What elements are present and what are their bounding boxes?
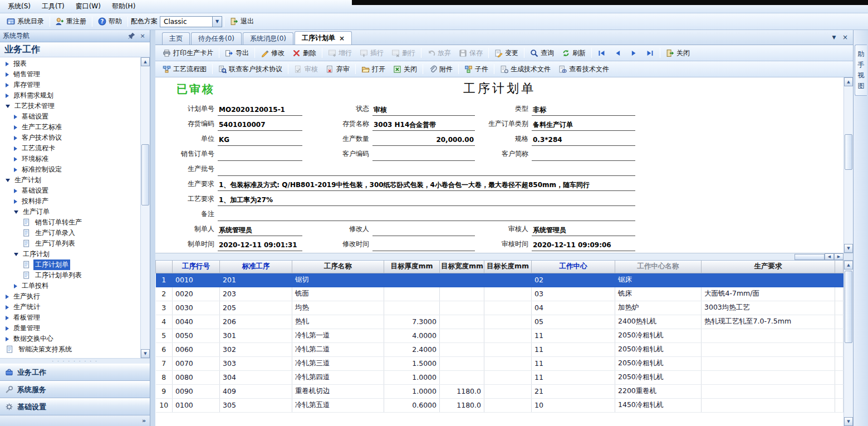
tree-item[interactable]: 生产计划 xyxy=(0,175,140,185)
table-row[interactable]: 80080304冷轧第四道1.0000112050冷粗轧机 xyxy=(156,370,844,384)
table-cell[interactable] xyxy=(384,273,440,287)
scroll-thumb[interactable] xyxy=(845,271,852,343)
sidebar-overflow[interactable]: » xyxy=(0,415,150,426)
field-sale-no-value[interactable] xyxy=(218,149,302,161)
table-cell[interactable]: 加热炉 xyxy=(615,301,702,315)
table-cell[interactable]: 0080 xyxy=(173,370,220,384)
table-cell[interactable]: 铣面 xyxy=(292,287,384,301)
tree-item[interactable]: 生产订单录入 xyxy=(0,228,140,238)
table-cell[interactable] xyxy=(440,315,484,329)
field-auditor-value[interactable]: 系统管理员 xyxy=(532,224,635,236)
table-cell[interactable]: 3 xyxy=(156,301,173,315)
table-cell[interactable] xyxy=(702,384,835,398)
column-header[interactable]: 目标宽度mm xyxy=(440,261,484,273)
tab-list-chevron-down-icon[interactable]: ▼ xyxy=(829,32,839,42)
save-button[interactable]: 保存 xyxy=(455,46,487,60)
tree-item[interactable]: 工艺技术管理 xyxy=(0,101,140,111)
form-scrollbar[interactable]: ▲ ▼ xyxy=(844,77,853,253)
export-button[interactable]: 导出 xyxy=(221,46,253,60)
table-cell[interactable]: 1.5000 xyxy=(384,356,440,370)
table-cell[interactable]: 锯切 xyxy=(292,273,384,287)
field-qty-value[interactable]: 20,000.00 xyxy=(372,134,475,146)
table-cell[interactable]: 11 xyxy=(532,342,615,356)
table-cell[interactable]: 11 xyxy=(532,356,615,370)
table-cell[interactable]: 10 xyxy=(532,398,615,412)
table-cell[interactable] xyxy=(702,342,835,356)
table-cell[interactable]: 409 xyxy=(220,384,292,398)
table-cell[interactable]: 锯床 xyxy=(615,273,702,287)
field-tech-req-value[interactable]: 1、加工率为27% xyxy=(218,194,635,206)
table-cell[interactable]: 冷轧第四道 xyxy=(292,370,384,384)
exit-button[interactable]: 关闭 xyxy=(662,46,694,60)
table-cell[interactable] xyxy=(702,329,835,342)
tree-collapsed-icon[interactable] xyxy=(6,83,9,87)
viewfile-button[interactable]: 查看技术文件 xyxy=(555,62,613,76)
table-cell[interactable]: 冷轧第三道 xyxy=(292,356,384,370)
tree-item[interactable]: 基础设置 xyxy=(0,111,140,122)
assistant-view-tab[interactable]: 助手视图 xyxy=(855,45,867,96)
table-cell[interactable]: 9 xyxy=(156,384,173,398)
column-header[interactable]: 生产要求 xyxy=(702,261,835,273)
table-cell[interactable]: 203 xyxy=(220,287,292,301)
edit-button[interactable]: 修改 xyxy=(257,46,288,60)
pin-icon[interactable] xyxy=(127,32,136,41)
tree-item[interactable]: 数据交换中心 xyxy=(0,334,140,344)
table-cell[interactable]: 03 xyxy=(532,287,615,301)
table-cell[interactable] xyxy=(702,273,835,287)
tree-item[interactable]: 库存管理 xyxy=(0,80,140,90)
help-button[interactable]: ?帮助 xyxy=(94,14,126,28)
scroll-thumb[interactable] xyxy=(795,254,825,260)
table-cell[interactable]: 5 xyxy=(156,329,173,342)
tree-collapsed-icon[interactable] xyxy=(6,316,9,320)
tab-home[interactable]: 主页 xyxy=(162,32,190,45)
tree-expanded-icon[interactable] xyxy=(14,210,18,214)
table-cell[interactable] xyxy=(440,287,484,301)
audit-button[interactable]: 审核 xyxy=(290,62,322,76)
table-cell[interactable]: 0030 xyxy=(173,301,220,315)
table-cell[interactable]: 0060 xyxy=(173,342,220,356)
tree-collapsed-icon[interactable] xyxy=(14,157,17,161)
tree-item[interactable]: 销售订单转生产 xyxy=(0,217,140,228)
table-cell[interactable]: 0050 xyxy=(173,329,220,342)
tree-expanded-icon[interactable] xyxy=(6,105,10,108)
table-cell[interactable]: 铣床 xyxy=(615,287,702,301)
unaudit-button[interactable]: 弃审 xyxy=(322,62,354,76)
menu-item[interactable]: 帮助(H) xyxy=(106,0,141,13)
tree-item[interactable]: 工艺流程卡 xyxy=(0,143,140,154)
table-row[interactable]: 60060302冷轧第二道2.4000112050冷粗轧机 xyxy=(156,342,844,356)
search-button[interactable]: 查询 xyxy=(526,46,558,60)
tree-item[interactable]: 工序计划 xyxy=(0,249,140,259)
scroll-right-icon[interactable]: ▶ xyxy=(834,253,844,260)
insrow-button[interactable]: 插行 xyxy=(356,46,388,60)
table-cell[interactable] xyxy=(702,356,835,370)
table-cell[interactable]: 1.0000 xyxy=(384,370,440,384)
tab-system-messages[interactable]: 系统消息(0) xyxy=(243,32,293,45)
panel-system-service[interactable]: 系统服务 xyxy=(0,381,150,398)
tree-item[interactable]: 智能决策支持系统 xyxy=(0,344,140,355)
tree-item[interactable]: 看板管理 xyxy=(0,312,140,323)
table-row[interactable]: 30030205均热04加热炉3003均热工艺 xyxy=(156,301,844,315)
field-spec-value[interactable]: 0.3*284 xyxy=(532,134,635,146)
column-header[interactable]: 工作中心名称 xyxy=(615,261,702,273)
tree-item[interactable]: 报表 xyxy=(0,58,140,69)
tree-collapsed-icon[interactable] xyxy=(14,136,17,140)
scroll-thumb[interactable] xyxy=(845,134,852,170)
table-cell[interactable]: 2050冷粗轧机 xyxy=(615,329,702,342)
table-cell[interactable]: 11 xyxy=(532,370,615,384)
tree-scrollbar[interactable]: ▲ ▼ xyxy=(140,57,150,358)
tab-process-plan[interactable]: 工序计划单× xyxy=(295,31,352,45)
table-cell[interactable]: 1180.0 xyxy=(440,398,484,412)
table-cell[interactable]: 0100 xyxy=(173,398,220,412)
tree-collapsed-icon[interactable] xyxy=(6,295,9,299)
tree-item[interactable]: 工序计划单 xyxy=(0,259,140,270)
table-row[interactable]: 40040206热轧7.3000052400热轧机热轧现工艺轧至7.0-7.5m… xyxy=(156,315,844,329)
table-row[interactable]: 90090409重卷机切边1.00001180.0212200重卷机 xyxy=(156,384,844,398)
table-cell[interactable]: 0070 xyxy=(173,356,220,370)
close-icon[interactable]: × xyxy=(339,35,345,42)
tree-item[interactable]: 销售管理 xyxy=(0,69,140,80)
tree-item[interactable]: 质量管理 xyxy=(0,323,140,334)
scroll-up-icon[interactable]: ▲ xyxy=(844,261,853,270)
scroll-up-icon[interactable]: ▲ xyxy=(141,57,150,66)
table-cell[interactable] xyxy=(484,329,532,342)
tree-collapsed-icon[interactable] xyxy=(14,115,17,119)
